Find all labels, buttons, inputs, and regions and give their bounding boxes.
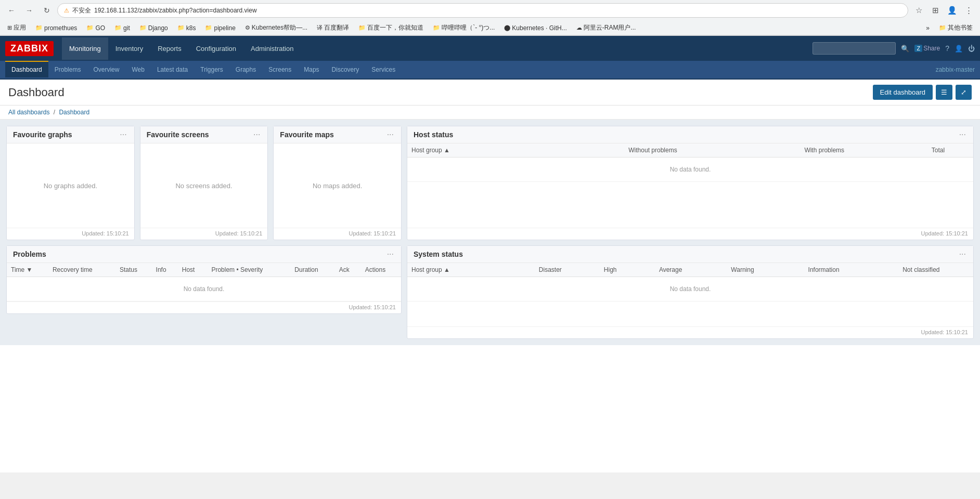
nav-administration[interactable]: Administration: [243, 37, 301, 60]
widget-problems-header: Problems ···: [7, 246, 401, 263]
back-button[interactable]: ←: [4, 3, 19, 18]
browser-actions: ☆ ⊞ 👤 ⋮: [911, 3, 976, 18]
subnav-screens[interactable]: Screens: [262, 62, 298, 77]
fullscreen-button[interactable]: ⤢: [956, 85, 972, 100]
bookmark-go[interactable]: 📁 GO: [83, 23, 108, 33]
col-problem-severity: Problem • Severity: [207, 263, 290, 277]
subnav-web[interactable]: Web: [125, 62, 150, 77]
bookmark-label: Django: [148, 24, 168, 32]
browser-chrome: ← → ↻ ⚠ 不安全 192.168.11.132/zabbix/zabbix…: [0, 0, 980, 36]
widget-favourite-screens-title: Favourite screens: [147, 130, 209, 139]
power-icon[interactable]: ⏻: [968, 45, 975, 52]
subnav-graphs[interactable]: Graphs: [229, 62, 262, 77]
subnav-dashboard[interactable]: Dashboard: [5, 61, 48, 77]
bookmarks-more[interactable]: »: [923, 23, 933, 33]
col-with-problems: With problems: [745, 143, 903, 157]
header-actions: Edit dashboard ☰ ⤢: [873, 85, 972, 100]
col-sys-host-group[interactable]: Host group ▲: [407, 263, 514, 277]
widget-favourite-maps-body: No maps added.: [274, 143, 401, 228]
search-input[interactable]: [813, 42, 896, 55]
subnav-maps[interactable]: Maps: [298, 62, 325, 77]
top-nav-right: 🔍 Z Share ? 👤 ⏻: [813, 42, 975, 55]
forward-button[interactable]: →: [22, 3, 36, 18]
search-icon[interactable]: 🔍: [901, 45, 909, 52]
col-host-group[interactable]: Host group ▲: [407, 143, 560, 157]
col-recovery-time: Recovery time: [48, 263, 115, 277]
widget-favourite-screens-header: Favourite screens ···: [140, 126, 268, 143]
subnav-overview[interactable]: Overview: [87, 62, 125, 77]
widget-favourite-maps-title: Favourite maps: [280, 130, 333, 139]
bookmark-k8s[interactable]: 📁 k8s: [174, 23, 199, 33]
bookmark-baidu[interactable]: 📁 百度一下，你就知道: [355, 22, 427, 33]
breadcrumb-all-dashboards[interactable]: All dashboards: [8, 109, 49, 116]
favourite-graphs-updated: Updated: 15:10:21: [7, 228, 134, 240]
star-icon[interactable]: ☆: [911, 3, 926, 18]
bookmark-kubernetes-github[interactable]: ⬤ Kubernetes · GitH...: [501, 23, 570, 33]
bookmark-aliyun[interactable]: ☁ 阿里云-RAM用户...: [573, 22, 639, 33]
help-icon[interactable]: ?: [945, 44, 949, 52]
host-status-updated: Updated: 15:10:21: [407, 228, 973, 240]
problems-updated: Updated: 15:10:21: [7, 301, 401, 313]
nav-reports[interactable]: Reports: [150, 37, 189, 60]
menu-icon[interactable]: ⋮: [961, 3, 976, 18]
widget-host-status-menu[interactable]: ···: [958, 130, 967, 139]
browser-toolbar: ← → ↻ ⚠ 不安全 192.168.11.132/zabbix/zabbix…: [0, 0, 980, 21]
col-host: Host: [178, 263, 208, 277]
subnav-services[interactable]: Services: [365, 62, 402, 77]
bookmark-apps-label: 应用: [14, 23, 26, 32]
col-without-problems: Without problems: [560, 143, 745, 157]
widget-problems-menu[interactable]: ···: [386, 250, 395, 258]
more-label: »: [926, 24, 930, 32]
bookmark-prometheus[interactable]: 📁 promethues: [32, 23, 80, 33]
share-button[interactable]: Z Share: [914, 45, 940, 52]
extension-icon[interactable]: ⊞: [928, 3, 943, 18]
zabbix-app: ZABBIX Monitoring Inventory Reports Conf…: [0, 36, 980, 472]
widget-host-status-title: Host status: [414, 130, 453, 139]
subnav-latest-data[interactable]: Latest data: [151, 62, 194, 77]
bookmark-label: pipeline: [214, 24, 235, 32]
widget-host-status-body: Host group ▲ Without problems With probl…: [407, 143, 973, 228]
bookmark-label: 其他书签: [948, 23, 973, 32]
nav-configuration[interactable]: Configuration: [189, 37, 243, 60]
subnav-triggers[interactable]: Triggers: [194, 62, 229, 77]
col-status: Status: [115, 263, 152, 277]
breadcrumb-dashboard[interactable]: Dashboard: [59, 109, 89, 116]
col-time[interactable]: Time ▼: [7, 263, 48, 277]
subnav-problems[interactable]: Problems: [48, 62, 87, 77]
subnav-discovery[interactable]: Discovery: [326, 62, 366, 77]
host-status-no-data-row: No data found.: [407, 157, 973, 182]
col-average: Average: [635, 263, 707, 277]
small-widgets-row: Favourite graphs ··· No graphs added. Up…: [6, 126, 402, 240]
nav-inventory[interactable]: Inventory: [108, 37, 150, 60]
problems-no-data: No data found.: [7, 277, 401, 301]
bookmark-apps[interactable]: ⊞ 应用: [4, 22, 29, 33]
widget-favourite-maps-menu[interactable]: ···: [386, 130, 395, 139]
address-bar[interactable]: ⚠ 不安全 192.168.11.132/zabbix/zabbix.php?a…: [57, 3, 908, 18]
user-icon[interactable]: 👤: [955, 45, 963, 52]
bookmark-django[interactable]: 📁 Django: [136, 23, 171, 33]
bookmark-kubernetes-help[interactable]: ⚙ Kubernetes帮助—...: [242, 22, 311, 33]
nav-monitoring[interactable]: Monitoring: [62, 37, 108, 60]
bookmark-other[interactable]: 📁 其他书签: [936, 22, 976, 33]
reload-button[interactable]: ↻: [40, 3, 54, 18]
col-high: High: [586, 263, 635, 277]
edit-dashboard-button[interactable]: Edit dashboard: [873, 85, 933, 100]
hostname-label: zabbix-master: [936, 66, 975, 73]
k8s-icon: ⚙: [245, 24, 250, 31]
account-icon[interactable]: 👤: [945, 3, 959, 18]
bookmark-bilibili[interactable]: 📁 哔哩哔哩（`- °)つ...: [430, 22, 498, 33]
list-view-button[interactable]: ☰: [936, 85, 952, 100]
favourite-maps-updated: Updated: 15:10:21: [274, 228, 401, 240]
widget-system-status-title: System status: [414, 250, 463, 258]
bookmarks-bar: ⊞ 应用 📁 promethues 📁 GO 📁 git 📁 Django 📁 …: [0, 21, 980, 35]
bookmark-label: 阿里云-RAM用户...: [584, 23, 636, 32]
bookmark-git[interactable]: 📁 git: [111, 23, 133, 33]
bookmark-pipeline[interactable]: 📁 pipeline: [202, 23, 238, 33]
widget-favourite-graphs-title: Favourite graphs: [13, 130, 72, 139]
favourite-screens-no-data: No screens added.: [175, 149, 232, 222]
widget-favourite-graphs-menu[interactable]: ···: [119, 130, 127, 139]
bookmark-baidu-translate[interactable]: 译 百度翻译: [314, 22, 352, 33]
widget-favourite-screens-menu[interactable]: ···: [252, 130, 261, 139]
widget-problems-body: Time ▼ Recovery time Status Info Host Pr…: [7, 263, 401, 301]
widget-system-status-menu[interactable]: ···: [958, 250, 967, 258]
